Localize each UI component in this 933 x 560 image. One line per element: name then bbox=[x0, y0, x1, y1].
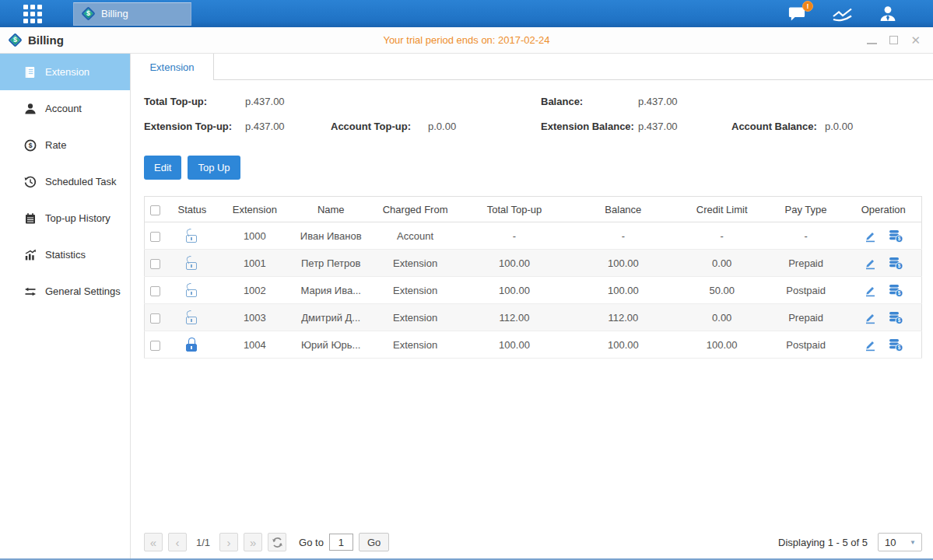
table-row: 1003 Дмитрий Д... Extension 112.00 112.0… bbox=[145, 304, 922, 331]
taskbar-tab-billing[interactable]: $ Billing bbox=[73, 2, 191, 26]
sidebar-item-label: Scheduled Task bbox=[45, 176, 117, 187]
extension-book-icon bbox=[24, 66, 37, 79]
extension-balance-value: p.437.00 bbox=[638, 121, 678, 132]
edit-row-icon[interactable] bbox=[864, 338, 877, 352]
table-row: 1001 Петр Петров Extension 100.00 100.00… bbox=[145, 250, 922, 277]
user-icon bbox=[24, 103, 37, 115]
edit-row-icon[interactable] bbox=[864, 311, 877, 324]
svg-text:$: $ bbox=[898, 317, 901, 324]
top-up-row-icon[interactable]: $ bbox=[889, 257, 903, 270]
row-checkbox[interactable] bbox=[150, 232, 160, 242]
notification-badge: ! bbox=[802, 1, 813, 12]
extension-balance-label: Extension Balance: bbox=[541, 121, 634, 132]
last-page-button[interactable]: » bbox=[244, 533, 262, 551]
goto-label: Go to bbox=[299, 537, 324, 548]
table-row: 1000 Иван Иванов Account - - - - $ bbox=[145, 222, 922, 250]
lock-status-icon[interactable] bbox=[185, 229, 198, 243]
sidebar-item-account[interactable]: Account bbox=[0, 90, 130, 127]
next-page-button[interactable]: › bbox=[219, 533, 238, 551]
sidebar-item-general-settings[interactable]: General Settings bbox=[0, 273, 130, 310]
row-checkbox[interactable] bbox=[150, 313, 160, 324]
action-buttons: Edit Top Up bbox=[144, 156, 922, 180]
sidebar-item-scheduled-task[interactable]: Scheduled Task bbox=[0, 163, 130, 200]
page-size-value: 10 bbox=[879, 537, 910, 548]
svg-text:$: $ bbox=[898, 236, 901, 242]
refresh-icon bbox=[272, 537, 283, 548]
extension-topup-label: Extension Top-up: bbox=[144, 121, 232, 132]
col-operation: Operation bbox=[846, 197, 922, 222]
balance-value: p.437.00 bbox=[638, 96, 678, 107]
goto-page-input[interactable] bbox=[329, 534, 353, 551]
lock-status-icon[interactable] bbox=[185, 338, 198, 352]
clock-history-icon bbox=[24, 176, 37, 188]
extension-content: Total Top-up: p.437.00 Balance: p.437.00… bbox=[131, 80, 933, 558]
main-panel: Extension Total Top-up: p.437.00 Balance… bbox=[131, 54, 933, 558]
top-up-row-icon[interactable]: $ bbox=[889, 284, 903, 297]
sidebar-item-label: Rate bbox=[45, 139, 66, 151]
sidebar-item-extension[interactable]: Extension bbox=[0, 54, 130, 90]
sidebar-item-label: Extension bbox=[45, 66, 89, 78]
svg-text:$: $ bbox=[898, 345, 901, 351]
col-extension: Extension bbox=[218, 197, 291, 222]
go-button[interactable]: Go bbox=[359, 533, 389, 551]
sidebar-item-label: Statistics bbox=[45, 249, 86, 261]
edit-button[interactable]: Edit bbox=[144, 156, 181, 180]
col-pay-type: Pay Type bbox=[766, 197, 846, 222]
lock-status-icon[interactable] bbox=[185, 283, 198, 297]
select-all-checkbox[interactable] bbox=[150, 205, 160, 215]
minimize-icon[interactable] bbox=[867, 37, 877, 44]
account-topup-label: Account Top-up: bbox=[331, 121, 411, 132]
sidebar-item-statistics[interactable]: Statistics bbox=[0, 236, 130, 273]
calendar-icon bbox=[24, 212, 37, 225]
messages-icon[interactable]: ! bbox=[788, 6, 806, 22]
close-icon[interactable]: ✕ bbox=[910, 34, 921, 46]
row-checkbox[interactable] bbox=[150, 341, 160, 351]
extension-table: Status Extension Name Charged From Total… bbox=[144, 196, 922, 359]
first-page-button[interactable]: « bbox=[144, 533, 163, 551]
top-up-button[interactable]: Top Up bbox=[188, 156, 240, 180]
maximize-icon[interactable] bbox=[889, 36, 898, 44]
lock-status-icon[interactable] bbox=[185, 310, 198, 324]
billing-app-window: $ Billing ! $ Billing Your trial period … bbox=[0, 0, 933, 560]
col-charged-from: Charged From bbox=[370, 197, 460, 222]
trial-period-message: Your trial period ends on: 2017-02-24 bbox=[0, 34, 933, 46]
displaying-text: Displaying 1 - 5 of 5 bbox=[778, 537, 868, 548]
account-user-icon[interactable] bbox=[879, 5, 897, 22]
edit-row-icon[interactable] bbox=[864, 284, 877, 297]
edit-row-icon[interactable] bbox=[864, 257, 877, 270]
billing-diamond-icon: $ bbox=[81, 6, 95, 20]
sidebar-item-topup-history[interactable]: Top-up History bbox=[0, 200, 130, 236]
desktop-topbar: $ Billing ! bbox=[0, 0, 933, 27]
top-up-row-icon[interactable]: $ bbox=[889, 311, 903, 324]
balance-label: Balance: bbox=[541, 96, 583, 107]
col-status: Status bbox=[166, 197, 218, 222]
sidebar-item-rate[interactable]: $ Rate bbox=[0, 127, 130, 163]
col-total-topup: Total Top-up bbox=[460, 197, 569, 222]
lock-status-icon[interactable] bbox=[185, 256, 198, 270]
account-balance-label: Account Balance: bbox=[731, 121, 817, 132]
window-title: $ Billing bbox=[10, 33, 64, 47]
total-topup-value: p.437.00 bbox=[245, 96, 285, 107]
window-controls: ✕ bbox=[867, 34, 921, 46]
top-up-row-icon[interactable]: $ bbox=[889, 229, 903, 243]
top-up-row-icon[interactable]: $ bbox=[889, 338, 903, 352]
table-row: 1004 Юрий Юрь... Extension 100.00 100.00… bbox=[145, 331, 922, 359]
row-checkbox[interactable] bbox=[150, 286, 160, 296]
window-titlebar: $ Billing Your trial period ends on: 201… bbox=[0, 27, 933, 54]
refresh-button[interactable] bbox=[268, 533, 286, 551]
row-checkbox[interactable] bbox=[150, 259, 160, 269]
app-grid-icon[interactable] bbox=[23, 5, 42, 23]
billing-diamond-icon: $ bbox=[8, 33, 22, 47]
dollar-circle-icon: $ bbox=[24, 139, 37, 152]
prev-page-button[interactable]: ‹ bbox=[168, 533, 187, 551]
chevron-down-icon: ▼ bbox=[910, 539, 921, 546]
page-size-select[interactable]: 10 ▼ bbox=[878, 533, 922, 551]
pagination-bar: « ‹ 1/1 › » Go to Go Displaying 1 - 5 of… bbox=[144, 533, 922, 558]
table-row: 1002 Мария Ива... Extension 100.00 100.0… bbox=[145, 277, 922, 304]
topbar-status-icons: ! bbox=[788, 5, 897, 22]
svg-text:$: $ bbox=[898, 290, 901, 296]
resource-monitor-icon[interactable] bbox=[832, 6, 853, 22]
svg-text:$: $ bbox=[898, 263, 901, 269]
edit-row-icon[interactable] bbox=[864, 229, 877, 243]
tab-extension[interactable]: Extension bbox=[131, 54, 214, 80]
